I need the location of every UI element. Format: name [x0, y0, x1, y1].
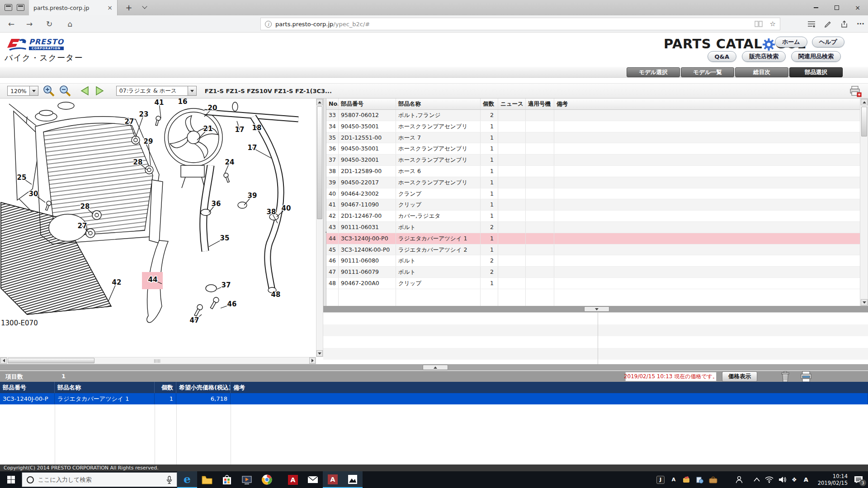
scroll-up-icon[interactable]	[316, 99, 323, 105]
zoom-out-icon[interactable]	[59, 85, 71, 97]
tab-close-icon[interactable]: ×	[107, 5, 113, 11]
site-info-icon[interactable]: i	[265, 21, 272, 28]
parts-table-vscrollbar[interactable]	[860, 99, 868, 306]
parts-row-35[interactable]: 352D1-12551-00ホース 71	[326, 132, 860, 144]
callout-27[interactable]: 27	[125, 117, 134, 126]
diagram-vscrollbar[interactable]	[316, 99, 323, 357]
back-icon[interactable]: ←	[5, 18, 17, 30]
java-tray-icon[interactable]: J	[656, 476, 665, 484]
callout-38[interactable]: 38	[267, 208, 276, 216]
start-button[interactable]	[0, 471, 22, 488]
parts-row-37[interactable]: 3790450-32001ホースクランプアセンブリ1	[326, 155, 860, 166]
tab-preview-icon[interactable]	[5, 4, 12, 11]
diagram-vscroll-thumb[interactable]	[317, 106, 322, 219]
scroll-right-icon[interactable]	[309, 357, 316, 364]
callout-25[interactable]: 25	[17, 174, 27, 182]
taskbar-app-store[interactable]	[217, 471, 237, 488]
browser-tab[interactable]: parts.presto-corp.jp ×	[29, 0, 118, 15]
table-scroll-up-icon[interactable]	[861, 99, 868, 105]
callout-20[interactable]: 20	[208, 104, 217, 112]
ime-pad-icon[interactable]	[683, 476, 691, 484]
zoom-select[interactable]: 120%	[7, 86, 38, 96]
callout-28[interactable]: 28	[133, 158, 143, 166]
taskbar-app-mail[interactable]	[303, 471, 323, 488]
parts-row-36[interactable]: 3690450-35001ホースクランプアセンブリ1	[326, 143, 860, 155]
parts-row-42[interactable]: 422D1-12467-00カバー,ラジエタ1	[326, 211, 860, 222]
volume-icon[interactable]	[778, 476, 787, 483]
parts-row-43[interactable]: 4390111-06031ボルト2	[326, 222, 860, 233]
callout-28[interactable]: 28	[80, 202, 90, 211]
taskbar-app-acrobat[interactable]: A	[283, 471, 303, 488]
dictionary-tool-icon[interactable]	[696, 476, 704, 484]
callout-17[interactable]: 17	[248, 144, 257, 152]
forward-icon[interactable]: →	[24, 18, 35, 30]
header-button-1[interactable]: ヘルプ	[812, 37, 844, 47]
parts-row-48[interactable]: 4890467-200A0クリップ1	[326, 278, 860, 289]
collapse-up-button[interactable]	[423, 365, 448, 370]
taskbar-search[interactable]: ここに入力して検索	[22, 472, 177, 487]
callout-44[interactable]: 44	[148, 276, 158, 284]
people-icon[interactable]	[735, 476, 743, 483]
minimize-button[interactable]	[806, 0, 826, 15]
wifi-icon[interactable]	[765, 476, 774, 483]
category-select-arrow-icon[interactable]	[188, 86, 196, 95]
callout-23[interactable]: 23	[139, 110, 149, 118]
dropbox-icon[interactable]: ❖	[792, 476, 797, 483]
header2-button-1[interactable]: 販売店検索	[742, 51, 786, 62]
header-button-0[interactable]: ホーム	[775, 37, 807, 47]
print-button[interactable]	[849, 85, 862, 97]
callout-17[interactable]: 17	[235, 126, 245, 134]
callout-41[interactable]: 41	[155, 99, 164, 107]
prev-page-icon[interactable]	[79, 86, 90, 96]
settings-more-icon[interactable]: ···	[857, 20, 864, 28]
callout-36[interactable]: 36	[212, 200, 221, 208]
table-vscroll-thumb[interactable]	[861, 107, 867, 136]
taskbar-app-chrome[interactable]	[257, 471, 277, 488]
toolbox-icon[interactable]	[709, 476, 717, 483]
nav-tab-2[interactable]: 総目次	[735, 67, 788, 77]
zoom-select-arrow-icon[interactable]	[29, 86, 38, 95]
callout-37[interactable]: 37	[222, 281, 231, 289]
reading-view-icon[interactable]	[755, 21, 763, 27]
nav-tab-1[interactable]: モデル一覧	[681, 67, 734, 77]
callout-35[interactable]: 35	[220, 234, 230, 242]
table-scroll-down-icon[interactable]	[861, 299, 868, 305]
order-row[interactable]: 3C3-1240J-00-Pラジエタカバーアツシイ 116,718	[0, 393, 868, 404]
parts-row-45[interactable]: 453C3-1240K-00-P0ラジエタカバーアツシイ 21	[326, 244, 860, 256]
callout-30[interactable]: 30	[29, 190, 38, 198]
parts-diagram[interactable]: 4116202327211718291728242530393640382827…	[0, 99, 316, 357]
tray-chevron-icon[interactable]	[754, 478, 760, 482]
callout-18[interactable]: 18	[252, 124, 262, 132]
parts-row-44[interactable]: 443C3-1240J-00-P0ラジエタカバーアツシイ 11	[326, 233, 860, 244]
home-icon[interactable]: ⌂	[64, 18, 76, 30]
collapse-down-button[interactable]	[584, 306, 609, 312]
parts-row-41[interactable]: 4190467-11090クリップ1	[326, 199, 860, 211]
nav-tab-0[interactable]: モデル選択	[627, 67, 680, 77]
set-tabs-aside-icon[interactable]	[17, 4, 24, 11]
header2-button-0[interactable]: Q&A	[708, 51, 736, 62]
zoom-in-icon[interactable]	[43, 85, 55, 97]
share-icon[interactable]	[840, 20, 848, 28]
taskbar-app-edge[interactable]: e	[177, 471, 197, 488]
header2-button-2[interactable]: 関連用品検索	[791, 51, 841, 62]
address-bar[interactable]: i parts.presto-corp.jp /ypec_b2c/# ☆	[260, 18, 780, 30]
callout-24[interactable]: 24	[225, 158, 235, 166]
parts-row-34[interactable]: 3490450-35001ホースクランプアセンブリ1	[326, 121, 860, 132]
close-button[interactable]: ×	[847, 0, 868, 15]
favorite-star-icon[interactable]: ☆	[770, 20, 776, 28]
taskbar-app-explorer[interactable]	[197, 471, 217, 488]
parts-row-33[interactable]: 3395807-06012ボルト,フランジ2	[326, 110, 860, 121]
callout-39[interactable]: 39	[248, 192, 257, 200]
callout-42[interactable]: 42	[112, 278, 122, 286]
diagram-hscrollbar[interactable]	[0, 357, 316, 364]
diagram-hscroll-thumb[interactable]	[8, 358, 94, 363]
callout-47[interactable]: 47	[190, 316, 199, 324]
hub-icon[interactable]	[807, 20, 816, 28]
mic-icon[interactable]	[166, 476, 172, 484]
scroll-left-icon[interactable]	[0, 357, 7, 364]
refresh-icon[interactable]: ↻	[43, 18, 55, 30]
action-center-button[interactable]: 3	[853, 475, 864, 485]
next-page-icon[interactable]	[94, 86, 105, 96]
parts-row-38[interactable]: 382D1-12589-00ホース 61	[326, 166, 860, 177]
scroll-down-icon[interactable]	[316, 350, 323, 357]
